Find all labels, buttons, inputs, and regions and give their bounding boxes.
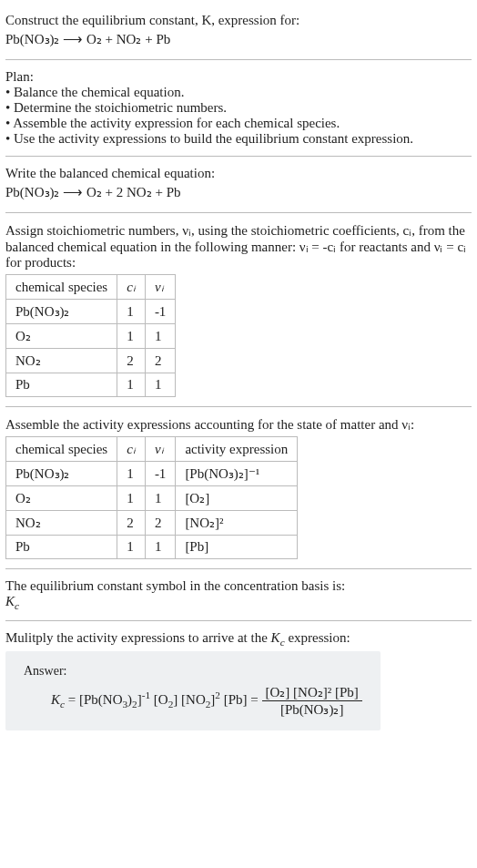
fraction-denominator: [Pb(NO₃)₂] [262, 701, 362, 718]
divider [5, 568, 472, 569]
plan-bullet: • Use the activity expressions to build … [5, 131, 472, 147]
activity-desc: Assemble the activity expressions accoun… [5, 416, 472, 433]
table-row: Pb(NO₃)₂ 1 -1 [Pb(NO₃)₂]⁻¹ [6, 462, 298, 486]
multiply-section: Mulitply the activity expressions to arr… [5, 623, 472, 738]
intro-equation: Pb(NO₃)₂ ⟶ O₂ + NO₂ + Pb [5, 28, 472, 50]
divider [5, 620, 472, 621]
cell-ci: 2 [117, 349, 146, 373]
symbol-section: The equilibrium constant symbol in the c… [5, 571, 472, 618]
col-ci: cᵢ [117, 275, 146, 300]
cell-species: Pb [6, 536, 117, 559]
table-row: NO₂ 2 2 [6, 349, 176, 373]
cell-vi: 1 [145, 486, 176, 511]
cell-species: Pb [6, 373, 117, 397]
col-ci: cᵢ [117, 437, 146, 462]
cell-vi: -1 [145, 462, 176, 486]
activity-table: chemical species cᵢ νᵢ activity expressi… [5, 436, 298, 559]
divider [5, 212, 472, 213]
cell-vi: -1 [145, 300, 176, 324]
plan-section: Plan: • Balance the chemical equation. •… [5, 62, 472, 154]
cell-species: NO₂ [6, 511, 117, 536]
balanced-title: Write the balanced chemical equation: [5, 166, 472, 181]
cell-vi: 1 [145, 324, 176, 349]
divider [5, 406, 472, 407]
symbol-line1: The equilibrium constant symbol in the c… [5, 578, 472, 594]
table-header-row: chemical species cᵢ νᵢ activity expressi… [6, 437, 298, 462]
divider [5, 156, 472, 157]
cell-ci: 1 [117, 536, 146, 559]
cell-ci: 1 [117, 300, 146, 324]
stoich-table: chemical species cᵢ νᵢ Pb(NO₃)₂ 1 -1 O₂ … [5, 274, 176, 397]
cell-species: O₂ [6, 486, 117, 511]
plan-bullet: • Determine the stoichiometric numbers. [5, 100, 472, 116]
table-row: O₂ 1 1 [6, 324, 176, 349]
intro-section: Construct the equilibrium constant, K, e… [5, 5, 472, 57]
divider [5, 59, 472, 60]
cell-activity: [NO₂]² [176, 511, 298, 536]
table-row: Pb 1 1 [6, 373, 176, 397]
cell-vi: 2 [145, 511, 176, 536]
table-row: Pb 1 1 [Pb] [6, 536, 298, 559]
col-species: chemical species [6, 275, 117, 300]
cell-vi: 1 [145, 536, 176, 559]
cell-ci: 1 [117, 486, 146, 511]
cell-species: Pb(NO₃)₂ [6, 300, 117, 324]
stoich-section: Assign stoichiometric numbers, νᵢ, using… [5, 215, 472, 404]
fraction-numerator: [O₂] [NO₂]² [Pb] [262, 684, 362, 701]
intro-line1: Construct the equilibrium constant, K, e… [5, 13, 472, 28]
cell-ci: 1 [117, 462, 146, 486]
col-species: chemical species [6, 437, 117, 462]
plan-bullet: • Assemble the activity expression for e… [5, 116, 472, 131]
answer-box: Answer: Kc = [Pb(NO3)2]-1 [O2] [NO2]2 [P… [5, 651, 381, 730]
cell-vi: 1 [145, 373, 176, 397]
intro-text: Construct the equilibrium constant, K, e… [5, 13, 299, 27]
stoich-desc: Assign stoichiometric numbers, νᵢ, using… [5, 222, 472, 271]
cell-species: Pb(NO₃)₂ [6, 462, 117, 486]
cell-ci: 1 [117, 324, 146, 349]
table-row: O₂ 1 1 [O₂] [6, 486, 298, 511]
answer-fraction: [O₂] [NO₂]² [Pb] [Pb(NO₃)₂] [262, 684, 362, 718]
cell-ci: 2 [117, 511, 146, 536]
activity-section: Assemble the activity expressions accoun… [5, 409, 472, 567]
cell-activity: [O₂] [176, 486, 298, 511]
cell-activity: [Pb] [176, 536, 298, 559]
plan-title: Plan: [5, 69, 472, 85]
table-header-row: chemical species cᵢ νᵢ [6, 275, 176, 300]
table-row: NO₂ 2 2 [NO₂]² [6, 511, 298, 536]
cell-species: O₂ [6, 324, 117, 349]
multiply-title: Mulitply the activity expressions to arr… [5, 630, 472, 648]
answer-expression: Kc = [Pb(NO3)2]-1 [O2] [NO2]2 [Pb] = [O₂… [24, 684, 362, 718]
cell-species: NO₂ [6, 349, 117, 373]
col-vi: νᵢ [145, 275, 176, 300]
answer-label: Answer: [24, 664, 362, 679]
cell-activity: [Pb(NO₃)₂]⁻¹ [176, 462, 298, 486]
symbol-kc: Kc [5, 594, 472, 611]
col-vi: νᵢ [145, 437, 176, 462]
plan-bullet: • Balance the chemical equation. [5, 85, 472, 100]
col-activity: activity expression [176, 437, 298, 462]
cell-vi: 2 [145, 349, 176, 373]
balanced-section: Write the balanced chemical equation: Pb… [5, 158, 472, 210]
table-row: Pb(NO₃)₂ 1 -1 [6, 300, 176, 324]
balanced-equation: Pb(NO₃)₂ ⟶ O₂ + 2 NO₂ + Pb [5, 181, 472, 203]
cell-ci: 1 [117, 373, 146, 397]
